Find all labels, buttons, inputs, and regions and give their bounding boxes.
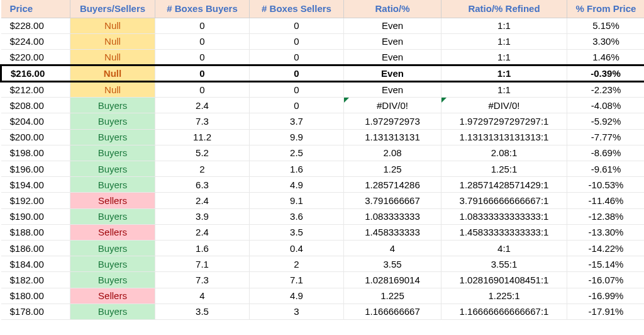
cell-ratio[interactable]: 1.972972973 [344, 113, 441, 129]
cell-ratio-refined[interactable]: 1.28571428571429:1 [441, 177, 567, 193]
cell-boxes-sellers[interactable]: 0 [250, 65, 344, 82]
cell-buyers-sellers[interactable]: Sellers [70, 224, 155, 240]
cell-boxes-buyers[interactable]: 0 [155, 82, 250, 98]
cell-boxes-buyers[interactable]: 2.4 [155, 224, 250, 240]
cell-ratio[interactable]: 3.791666667 [344, 193, 441, 208]
cell-boxes-sellers[interactable]: 0 [250, 49, 344, 65]
cell-buyers-sellers[interactable]: Sellers [70, 288, 155, 304]
cell-boxes-sellers[interactable]: 9.9 [250, 129, 344, 145]
cell-boxes-buyers[interactable]: 0 [155, 18, 250, 33]
cell-ratio[interactable]: 4 [344, 240, 441, 256]
cell-boxes-buyers[interactable]: 11.2 [155, 129, 250, 145]
header-buyers-sellers[interactable]: Buyers/Sellers [70, 0, 155, 18]
cell-price[interactable]: $200.00 [1, 129, 70, 145]
cell-buyers-sellers[interactable]: Null [70, 18, 155, 33]
cell-buyers-sellers[interactable]: Buyers [70, 177, 155, 193]
cell-ratio[interactable]: 1.458333333 [344, 224, 441, 240]
cell-price[interactable]: $184.00 [1, 256, 70, 272]
cell-pct-from-price[interactable]: -16.99% [567, 288, 645, 304]
cell-buyers-sellers[interactable]: Buyers [70, 208, 155, 224]
cell-boxes-sellers[interactable]: 0 [250, 82, 344, 98]
cell-boxes-buyers[interactable]: 2.4 [155, 193, 250, 208]
cell-boxes-buyers[interactable]: 4 [155, 288, 250, 304]
cell-ratio[interactable]: 1.028169014 [344, 272, 441, 288]
cell-ratio[interactable]: 1.083333333 [344, 208, 441, 224]
cell-pct-from-price[interactable]: -14.22% [567, 240, 645, 256]
cell-ratio[interactable]: 3.55 [344, 256, 441, 272]
cell-boxes-buyers[interactable]: 3.9 [155, 208, 250, 224]
cell-boxes-buyers[interactable]: 3.5 [155, 304, 250, 319]
cell-ratio[interactable]: Even [344, 82, 441, 98]
cell-price[interactable]: $194.00 [1, 177, 70, 193]
cell-ratio-refined[interactable]: 4:1 [441, 240, 567, 256]
cell-buyers-sellers[interactable]: Buyers [70, 256, 155, 272]
cell-price[interactable]: $220.00 [1, 49, 70, 65]
cell-ratio-refined[interactable]: 1.08333333333333:1 [441, 208, 567, 224]
cell-ratio[interactable]: Even [344, 18, 441, 33]
cell-boxes-buyers[interactable]: 7.3 [155, 272, 250, 288]
cell-boxes-sellers[interactable]: 2 [250, 256, 344, 272]
cell-boxes-buyers[interactable]: 2 [155, 161, 250, 177]
cell-boxes-sellers[interactable]: 3.5 [250, 224, 344, 240]
cell-boxes-sellers[interactable]: 0 [250, 33, 344, 49]
cell-buyers-sellers[interactable]: Null [70, 49, 155, 65]
cell-boxes-sellers[interactable]: 0 [250, 98, 344, 113]
cell-pct-from-price[interactable]: -17.91% [567, 304, 645, 319]
cell-pct-from-price[interactable]: -5.92% [567, 113, 645, 129]
cell-price[interactable]: $186.00 [1, 240, 70, 256]
cell-price[interactable]: $224.00 [1, 33, 70, 49]
cell-pct-from-price[interactable]: 1.46% [567, 49, 645, 65]
header-pct-from-price[interactable]: % From Price [567, 0, 645, 18]
cell-buyers-sellers[interactable]: Null [70, 82, 155, 98]
cell-ratio-refined[interactable]: 1:1 [441, 65, 567, 82]
cell-ratio-refined[interactable]: 1:1 [441, 18, 567, 33]
cell-buyers-sellers[interactable]: Null [70, 33, 155, 49]
cell-pct-from-price[interactable]: -13.30% [567, 224, 645, 240]
cell-price[interactable]: $216.00 [1, 65, 70, 82]
cell-ratio[interactable]: Even [344, 33, 441, 49]
cell-price[interactable]: $208.00 [1, 98, 70, 113]
cell-ratio[interactable]: Even [344, 65, 441, 82]
cell-ratio-refined[interactable]: 1:1 [441, 33, 567, 49]
cell-ratio-refined[interactable]: 2.08:1 [441, 145, 567, 161]
cell-pct-from-price[interactable]: -9.61% [567, 161, 645, 177]
cell-ratio[interactable]: 1.25 [344, 161, 441, 177]
cell-pct-from-price[interactable]: 3.30% [567, 33, 645, 49]
header-boxes-buyers[interactable]: # Boxes Buyers [155, 0, 250, 18]
cell-pct-from-price[interactable]: -12.38% [567, 208, 645, 224]
header-boxes-sellers[interactable]: # Boxes Sellers [250, 0, 344, 18]
cell-buyers-sellers[interactable]: Buyers [70, 98, 155, 113]
cell-ratio[interactable]: 2.08 [344, 145, 441, 161]
cell-price[interactable]: $212.00 [1, 82, 70, 98]
cell-ratio-refined[interactable]: #DIV/0! [441, 98, 567, 113]
cell-boxes-buyers[interactable]: 7.3 [155, 113, 250, 129]
cell-boxes-sellers[interactable]: 0.4 [250, 240, 344, 256]
cell-price[interactable]: $180.00 [1, 288, 70, 304]
cell-ratio-refined[interactable]: 1.13131313131313:1 [441, 129, 567, 145]
cell-pct-from-price[interactable]: -11.46% [567, 193, 645, 208]
cell-ratio[interactable]: Even [344, 49, 441, 65]
cell-boxes-sellers[interactable]: 4.9 [250, 288, 344, 304]
cell-ratio-refined[interactable]: 1.25:1 [441, 161, 567, 177]
cell-boxes-sellers[interactable]: 9.1 [250, 193, 344, 208]
header-ratio-refined[interactable]: Ratio/% Refined [441, 0, 567, 18]
cell-ratio[interactable]: 1.131313131 [344, 129, 441, 145]
cell-boxes-buyers[interactable]: 1.6 [155, 240, 250, 256]
cell-boxes-buyers[interactable]: 5.2 [155, 145, 250, 161]
cell-price[interactable]: $198.00 [1, 145, 70, 161]
cell-boxes-buyers[interactable]: 0 [155, 33, 250, 49]
cell-buyers-sellers[interactable]: Buyers [70, 113, 155, 129]
cell-ratio-refined[interactable]: 1.225:1 [441, 288, 567, 304]
cell-boxes-sellers[interactable]: 3.6 [250, 208, 344, 224]
cell-ratio[interactable]: #DIV/0! [344, 98, 441, 113]
cell-ratio[interactable]: 1.225 [344, 288, 441, 304]
cell-boxes-sellers[interactable]: 4.9 [250, 177, 344, 193]
cell-price[interactable]: $182.00 [1, 272, 70, 288]
cell-pct-from-price[interactable]: -0.39% [567, 65, 645, 82]
cell-boxes-buyers[interactable]: 6.3 [155, 177, 250, 193]
cell-buyers-sellers[interactable]: Buyers [70, 145, 155, 161]
cell-pct-from-price[interactable]: -4.08% [567, 98, 645, 113]
cell-boxes-sellers[interactable]: 0 [250, 18, 344, 33]
cell-pct-from-price[interactable]: 5.15% [567, 18, 645, 33]
cell-pct-from-price[interactable]: -15.14% [567, 256, 645, 272]
